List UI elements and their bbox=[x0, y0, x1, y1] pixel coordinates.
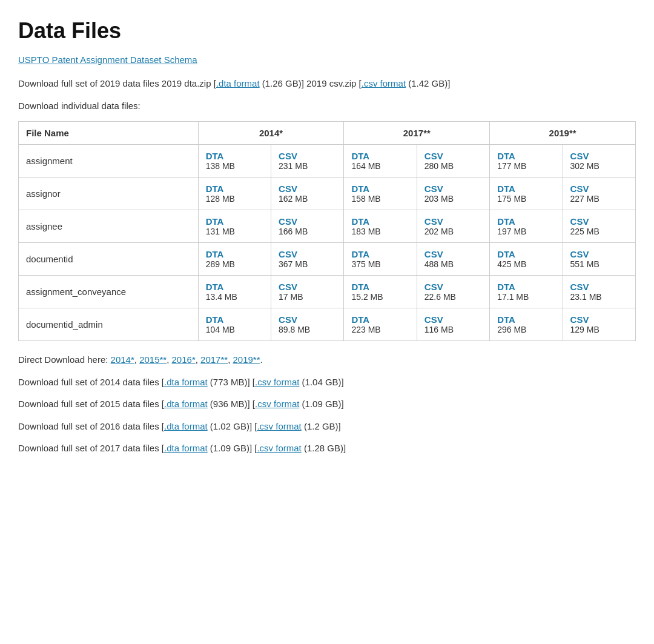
data-files-table: File Name 2014* 2017** 2019** assignment… bbox=[18, 121, 636, 341]
file-size-label: 116 MB bbox=[424, 325, 482, 334]
bulk-csv-link-1[interactable]: .csv format bbox=[255, 399, 299, 409]
file-size-label: 367 MB bbox=[279, 259, 336, 269]
direct-link-2019[interactable]: 2019** bbox=[233, 354, 260, 365]
file-cell-2014-csv: CSV162 MB bbox=[271, 178, 344, 210]
schema-link[interactable]: USPTO Patent Assignment Dataset Schema bbox=[18, 55, 197, 65]
file-cell-2017-csv: CSV202 MB bbox=[417, 210, 489, 243]
col-filename: File Name bbox=[19, 122, 199, 145]
file-size-label: 289 MB bbox=[206, 259, 263, 269]
bulk-download-line-1: Download full set of 2015 data files [.d… bbox=[18, 397, 636, 411]
file-cell-2014-dta: DTA131 MB bbox=[198, 210, 271, 243]
file-size-label: 129 MB bbox=[570, 325, 628, 334]
file-cell-2017-csv: CSV280 MB bbox=[417, 145, 489, 178]
file-link-documentid_admin-2017-dta[interactable]: DTA bbox=[351, 314, 409, 325]
file-size-label: 203 MB bbox=[424, 194, 482, 204]
bulk-dta-link-1[interactable]: .dta format bbox=[164, 399, 208, 409]
file-link-assignor-2014-dta[interactable]: DTA bbox=[206, 184, 263, 194]
bulk-dta-link-2[interactable]: .dta format bbox=[164, 421, 208, 431]
file-size-label: 227 MB bbox=[570, 194, 628, 204]
bulk-csv-link-0[interactable]: .csv format bbox=[255, 377, 299, 387]
file-size-label: 225 MB bbox=[570, 227, 628, 236]
file-link-assignor-2014-csv[interactable]: CSV bbox=[279, 184, 336, 194]
file-cell-2014-dta: DTA138 MB bbox=[198, 145, 271, 178]
table-row: documentidDTA289 MBCSV367 MBDTA375 MBCSV… bbox=[19, 243, 636, 276]
bulk-dta-link-3[interactable]: .dta format bbox=[164, 443, 208, 453]
file-cell-2017-dta: DTA223 MB bbox=[344, 308, 417, 341]
table-row: assignmentDTA138 MBCSV231 MBDTA164 MBCSV… bbox=[19, 145, 636, 178]
file-size-label: 551 MB bbox=[570, 259, 628, 269]
file-link-assignment_conveyance-2014-csv[interactable]: CSV bbox=[279, 282, 336, 292]
dta-format-link-2019-top[interactable]: .dta format bbox=[216, 78, 260, 88]
file-link-documentid_admin-2014-dta[interactable]: DTA bbox=[206, 314, 263, 325]
file-cell-2014-dta: DTA104 MB bbox=[198, 308, 271, 341]
file-link-assignment-2019-csv[interactable]: CSV bbox=[570, 151, 628, 161]
file-link-assignment_conveyance-2014-dta[interactable]: DTA bbox=[206, 282, 263, 292]
bulk-download-line-0: Download full set of 2014 data files [.d… bbox=[18, 376, 636, 390]
file-link-assignor-2019-dta[interactable]: DTA bbox=[497, 184, 555, 194]
direct-link-2016[interactable]: 2016* bbox=[172, 354, 196, 365]
file-link-documentid_admin-2019-dta[interactable]: DTA bbox=[497, 314, 555, 325]
file-cell-2019-csv: CSV302 MB bbox=[563, 145, 635, 178]
file-cell-2019-dta: DTA296 MB bbox=[490, 308, 563, 341]
file-cell-2019-csv: CSV23.1 MB bbox=[563, 276, 635, 308]
direct-link-2015[interactable]: 2015** bbox=[139, 354, 167, 365]
file-link-documentid_admin-2014-csv[interactable]: CSV bbox=[279, 314, 336, 325]
file-link-assignment-2017-csv[interactable]: CSV bbox=[424, 151, 482, 161]
file-size-label: 22.6 MB bbox=[424, 292, 482, 302]
file-link-documentid-2017-dta[interactable]: DTA bbox=[351, 249, 409, 259]
file-size-label: 177 MB bbox=[497, 161, 555, 171]
file-link-assignee-2014-dta[interactable]: DTA bbox=[206, 216, 263, 227]
file-name-cell: documentid_admin bbox=[19, 308, 199, 341]
file-link-assignee-2019-dta[interactable]: DTA bbox=[497, 216, 555, 227]
file-cell-2014-csv: CSV89.8 MB bbox=[271, 308, 344, 341]
file-link-documentid-2014-dta[interactable]: DTA bbox=[206, 249, 263, 259]
bulk-csv-link-2[interactable]: .csv format bbox=[257, 421, 301, 431]
file-link-assignee-2017-dta[interactable]: DTA bbox=[351, 216, 409, 227]
col-2019: 2019** bbox=[490, 122, 636, 145]
individual-label: Download individual data files: bbox=[18, 99, 636, 113]
file-size-label: 17.1 MB bbox=[497, 292, 555, 302]
file-link-assignment_conveyance-2019-dta[interactable]: DTA bbox=[497, 282, 555, 292]
file-link-assignee-2019-csv[interactable]: CSV bbox=[570, 216, 628, 227]
file-cell-2019-csv: CSV225 MB bbox=[563, 210, 635, 243]
bulk-download-line-2: Download full set of 2016 data files [.d… bbox=[18, 420, 636, 434]
direct-link-2017[interactable]: 2017** bbox=[200, 354, 228, 365]
file-cell-2017-csv: CSV116 MB bbox=[417, 308, 489, 341]
file-cell-2014-csv: CSV367 MB bbox=[271, 243, 344, 276]
file-link-assignment-2014-csv[interactable]: CSV bbox=[279, 151, 336, 161]
file-name-cell: assignment bbox=[19, 145, 199, 178]
file-size-label: 280 MB bbox=[424, 161, 482, 171]
table-row: assignment_conveyanceDTA13.4 MBCSV17 MBD… bbox=[19, 276, 636, 308]
file-size-label: 138 MB bbox=[206, 161, 263, 171]
file-link-assignment_conveyance-2017-dta[interactable]: DTA bbox=[351, 282, 409, 292]
file-link-documentid_admin-2019-csv[interactable]: CSV bbox=[570, 314, 628, 325]
file-name-cell: documentid bbox=[19, 243, 199, 276]
bulk-download-line-3: Download full set of 2017 data files [.d… bbox=[18, 442, 636, 456]
file-cell-2019-dta: DTA17.1 MB bbox=[490, 276, 563, 308]
file-size-label: 104 MB bbox=[206, 325, 263, 334]
file-link-assignment_conveyance-2017-csv[interactable]: CSV bbox=[424, 282, 482, 292]
direct-link-2014[interactable]: 2014* bbox=[111, 354, 134, 365]
file-link-assignment-2017-dta[interactable]: DTA bbox=[351, 151, 409, 161]
file-link-documentid_admin-2017-csv[interactable]: CSV bbox=[424, 314, 482, 325]
file-link-assignee-2017-csv[interactable]: CSV bbox=[424, 216, 482, 227]
file-link-documentid-2014-csv[interactable]: CSV bbox=[279, 249, 336, 259]
file-link-documentid-2019-csv[interactable]: CSV bbox=[570, 249, 628, 259]
file-link-documentid-2017-csv[interactable]: CSV bbox=[424, 249, 482, 259]
file-link-assignor-2017-dta[interactable]: DTA bbox=[351, 184, 409, 194]
file-size-label: 15.2 MB bbox=[351, 292, 409, 302]
file-link-assignment-2019-dta[interactable]: DTA bbox=[497, 151, 555, 161]
file-link-assignor-2019-csv[interactable]: CSV bbox=[570, 184, 628, 194]
file-link-assignment-2014-dta[interactable]: DTA bbox=[206, 151, 263, 161]
file-cell-2017-dta: DTA183 MB bbox=[344, 210, 417, 243]
csv-format-link-2019-top[interactable]: .csv format bbox=[362, 78, 406, 88]
file-link-assignee-2014-csv[interactable]: CSV bbox=[279, 216, 336, 227]
bulk-dta-link-0[interactable]: .dta format bbox=[164, 377, 208, 387]
col-2017: 2017** bbox=[344, 122, 490, 145]
file-size-label: 375 MB bbox=[351, 259, 409, 269]
file-link-assignment_conveyance-2019-csv[interactable]: CSV bbox=[570, 282, 628, 292]
file-link-assignor-2017-csv[interactable]: CSV bbox=[424, 184, 482, 194]
table-row: documentid_adminDTA104 MBCSV89.8 MBDTA22… bbox=[19, 308, 636, 341]
bulk-csv-link-3[interactable]: .csv format bbox=[257, 443, 301, 453]
file-link-documentid-2019-dta[interactable]: DTA bbox=[497, 249, 555, 259]
